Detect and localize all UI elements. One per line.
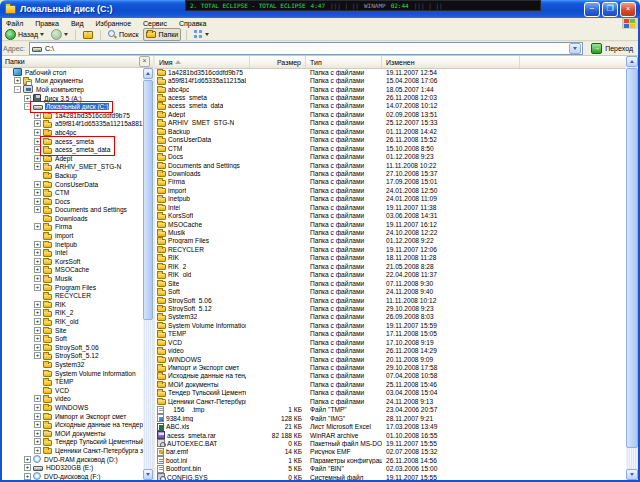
file-row[interactable]: SiteПапка с файлами07.11.2008 9:30 bbox=[155, 279, 626, 287]
tree-expander-icon[interactable]: + bbox=[34, 198, 41, 205]
tree-item-label[interactable]: ConsUserData bbox=[54, 181, 99, 188]
tree-item-label[interactable]: HDD320GB (E:) bbox=[45, 464, 94, 471]
file-row[interactable]: SoftПапка с файлами24.11.2008 9:40 bbox=[155, 287, 626, 295]
file-row[interactable]: Ценники Санкт-Петербурга за 2007 гПапка … bbox=[155, 397, 626, 405]
folders-pane-close-icon[interactable]: × bbox=[139, 56, 150, 67]
tree-item-label[interactable]: DVD-RAM дисковод (D:) bbox=[43, 456, 119, 463]
tree-item[interactable]: +abc4pc bbox=[2, 128, 143, 137]
file-row[interactable]: TEMPПапка с файлами17.11.2008 15:05 bbox=[155, 330, 626, 338]
tree-item[interactable]: +Диск 3,5 (A:) bbox=[2, 94, 143, 103]
tree-item-label[interactable]: DVD-дисковод (F:) bbox=[43, 473, 101, 480]
tree-item-label[interactable]: StroySoft_5.06 bbox=[54, 344, 100, 351]
tree-item-label[interactable]: MSOCache bbox=[54, 266, 90, 273]
tree-item[interactable]: +a59f814f1d65335a11215a881204 bbox=[2, 120, 143, 129]
file-name[interactable]: Musik bbox=[168, 229, 185, 236]
tree-expander-icon[interactable]: + bbox=[34, 327, 41, 334]
file-name[interactable]: Backup bbox=[168, 128, 190, 135]
file-row[interactable]: ABC.xls21 КБЛист Microsoft Excel17.03.20… bbox=[155, 422, 626, 430]
tree-scrollbar[interactable] bbox=[143, 68, 153, 480]
tree-item-label[interactable]: Site bbox=[54, 327, 67, 334]
tree-item-label[interactable]: RECYCLER bbox=[54, 292, 92, 299]
file-row[interactable]: Тендер Тульский Цементный заводПапка с ф… bbox=[155, 389, 626, 397]
tree-item-label[interactable]: Backup bbox=[54, 172, 78, 179]
tree-scrollbar-thumb[interactable] bbox=[143, 80, 153, 320]
tree-item-label[interactable]: Inetpub bbox=[54, 241, 78, 248]
tree-expander-icon[interactable]: + bbox=[34, 318, 41, 325]
address-dropdown-button[interactable] bbox=[569, 43, 581, 54]
file-name[interactable]: 9384.img bbox=[166, 415, 193, 422]
file-row[interactable]: Documents and SettingsПапка с файлами11.… bbox=[155, 161, 626, 169]
file-name[interactable]: Firma bbox=[168, 178, 185, 185]
tree-item[interactable]: +Soft bbox=[2, 334, 143, 343]
file-name[interactable]: acess_smeta.rar bbox=[167, 432, 216, 439]
tree-expander-icon[interactable]: + bbox=[34, 223, 41, 230]
tree-item-label[interactable]: System32 bbox=[54, 361, 85, 368]
file-row[interactable]: a59f814f1d65335a11215a881204Папка с файл… bbox=[155, 76, 626, 84]
tree-item-label[interactable]: 1a4281bd3516cddfd9b75 bbox=[54, 112, 131, 119]
tree-item-label[interactable]: abc4pc bbox=[54, 129, 77, 136]
file-name[interactable]: ConsUserData bbox=[168, 136, 211, 143]
tree-item[interactable]: +1a4281bd3516cddfd9b75 bbox=[2, 111, 143, 120]
tree-item-label[interactable]: TEMP bbox=[54, 378, 74, 385]
tree-expander-icon[interactable]: + bbox=[24, 464, 31, 471]
file-row[interactable]: System32Папка с файлами26.09.2008 8:03 bbox=[155, 313, 626, 321]
file-name[interactable]: Documents and Settings bbox=[168, 162, 240, 169]
tree-expander-icon[interactable]: + bbox=[34, 352, 41, 359]
tree-item[interactable]: +ARHIV_SMET_STG-N bbox=[2, 163, 143, 172]
file-name[interactable]: boot.ini bbox=[166, 457, 187, 464]
search-button[interactable]: Поиск bbox=[106, 29, 140, 40]
tree-item-label[interactable]: Docs bbox=[54, 198, 71, 205]
tree-item-label[interactable]: Firma bbox=[54, 223, 73, 230]
tree-expander-icon[interactable]: + bbox=[34, 404, 41, 411]
list-scroll-up-icon[interactable] bbox=[626, 56, 638, 67]
file-name[interactable]: TEMP bbox=[168, 330, 186, 337]
file-name[interactable]: __156__.tmp bbox=[166, 406, 205, 413]
file-name[interactable]: Docs bbox=[168, 153, 183, 160]
file-row[interactable]: __156__.tmp1 КБФайл "TMP"23.04.2006 20:5… bbox=[155, 406, 626, 414]
file-name[interactable]: Тендер Тульский Цементный завод bbox=[168, 389, 246, 396]
back-button[interactable]: ← Назад bbox=[3, 29, 46, 40]
tree-item[interactable]: +Site bbox=[2, 326, 143, 335]
tree-item[interactable]: +RIK_old bbox=[2, 317, 143, 326]
tree-item-label[interactable]: VCD bbox=[54, 387, 70, 394]
tree-expander-icon[interactable]: + bbox=[34, 266, 41, 273]
file-name[interactable]: Downloads bbox=[168, 170, 201, 177]
folders-button[interactable]: Папки bbox=[143, 28, 181, 41]
file-row[interactable]: ConsUserDataПапка с файлами26.11.2008 15… bbox=[155, 136, 626, 144]
tree-item-label[interactable]: RIK_old bbox=[54, 318, 79, 325]
list-scrollbar[interactable] bbox=[626, 56, 638, 480]
tree-item-label[interactable]: acess_smeta_data bbox=[54, 146, 111, 153]
tree-item[interactable]: +KorsSoft bbox=[2, 257, 143, 266]
file-row[interactable]: acess_smeta.rar82 188 КБWinRAR archive01… bbox=[155, 431, 626, 439]
menu-item-5[interactable]: Справка bbox=[173, 20, 212, 27]
file-row[interactable]: RIKПапка с файлами18.11.2008 11:28 bbox=[155, 254, 626, 262]
tree-item-label[interactable]: Adept bbox=[54, 155, 73, 162]
tree-item-label[interactable]: ARHIV_SMET_STG-N bbox=[54, 163, 122, 170]
file-row[interactable]: StroySoft_5.12Папка с файлами29.10.2008 … bbox=[155, 304, 626, 312]
tree-item[interactable]: -Локальный диск (C:) bbox=[2, 102, 143, 111]
file-name[interactable]: 1a4281bd3516cddfd9b75 bbox=[168, 69, 243, 76]
file-row[interactable]: acess_smeta_dataПапка с файлами14.07.200… bbox=[155, 102, 626, 110]
file-name[interactable]: Bootfont.bin bbox=[166, 465, 201, 472]
tree-item-label[interactable]: Downloads bbox=[54, 215, 89, 222]
tree-expander-icon[interactable]: + bbox=[24, 456, 31, 463]
file-row[interactable]: AdeptПапка с файлами02.09.2008 13:51 bbox=[155, 110, 626, 118]
tree-item-label[interactable]: МОИ документы bbox=[54, 430, 107, 437]
file-row[interactable]: Bootfont.bin5 КБФайл "BIN"02.03.2006 15:… bbox=[155, 465, 626, 473]
tree-expander-icon[interactable]: - bbox=[24, 103, 31, 110]
column-header-size[interactable]: Размер bbox=[250, 56, 306, 68]
tree-item[interactable]: +Musik bbox=[2, 274, 143, 283]
file-row[interactable]: FirmaПапка с файлами17.09.2008 15:01 bbox=[155, 178, 626, 186]
list-scrollbar-thumb[interactable] bbox=[626, 68, 638, 448]
file-row[interactable]: importПапка с файлами24.01.2008 12:50 bbox=[155, 186, 626, 194]
file-row[interactable]: WINDOWSПапка с файлами20.11.2008 9:09 bbox=[155, 355, 626, 363]
file-name[interactable]: video bbox=[168, 347, 184, 354]
column-header-name[interactable]: Имя bbox=[155, 56, 250, 68]
tree-item[interactable]: +WINDOWS bbox=[2, 403, 143, 412]
tree-item[interactable]: -Мой компьютер bbox=[2, 85, 143, 94]
tree-item-label[interactable]: Тендер Тульский Цементный завод, bbox=[54, 438, 143, 445]
tree-expander-icon[interactable]: + bbox=[34, 438, 41, 445]
file-row[interactable]: CTMПапка с файлами15.10.2008 8:50 bbox=[155, 144, 626, 152]
column-header-type[interactable]: Тип bbox=[306, 56, 382, 68]
file-name[interactable]: a59f814f1d65335a11215a881204 bbox=[168, 77, 246, 84]
